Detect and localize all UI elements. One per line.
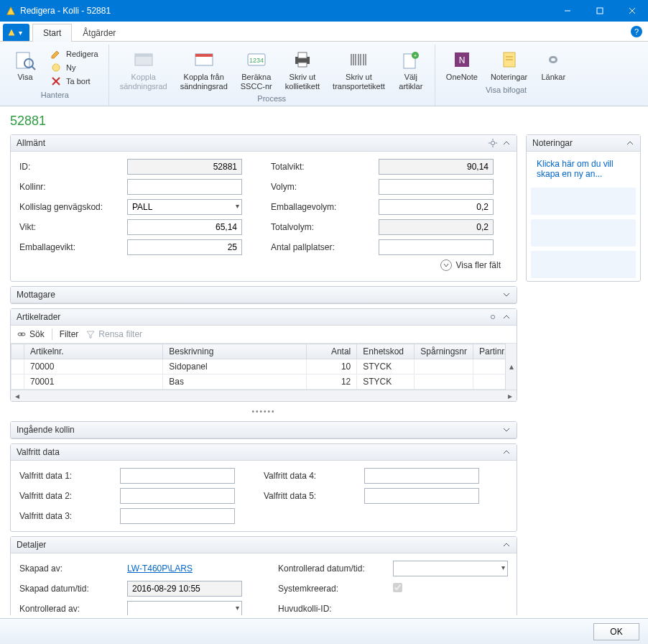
lankar-button[interactable]: Länkar <box>535 46 571 84</box>
panel-header-mottagare[interactable]: Mottagare <box>11 287 517 303</box>
panel-noteringar: Noteringar Klicka här om du vill skapa e… <box>526 134 641 282</box>
show-more-fields[interactable]: Visa fler fält <box>440 259 501 271</box>
totalvikt-label: Totalvikt: <box>271 162 379 172</box>
emballagevikt-field[interactable] <box>127 239 242 255</box>
systemkreerad-checkbox <box>393 583 402 592</box>
chevron-down-icon[interactable]: ▾ <box>236 202 239 210</box>
totalvikt-field[interactable] <box>379 159 494 175</box>
panel-header-valfritt[interactable]: Valfritt data <box>11 444 517 461</box>
tab-atgarder[interactable]: Åtgärder <box>72 24 126 42</box>
chevron-up-icon[interactable] <box>502 139 511 147</box>
redigera-button[interactable]: Redigera <box>47 47 101 60</box>
chevron-up-icon[interactable] <box>502 540 511 549</box>
sok-button[interactable]: Sök <box>17 329 45 339</box>
status-bar: OK <box>0 618 648 644</box>
kollinr-field[interactable] <box>127 179 242 195</box>
valj-artiklar-button[interactable]: + Välj artiklar <box>393 46 429 93</box>
note-placeholder[interactable] <box>531 219 636 247</box>
help-button[interactable]: ? <box>631 26 642 37</box>
content-area: 52881 Allmänt ID: Totalvikt: <box>0 106 648 615</box>
chevron-down-icon[interactable]: ▾ <box>501 564 505 571</box>
valfritt5-field[interactable] <box>364 488 479 504</box>
koppla-fran-button[interactable]: Koppla från sändningsrad <box>175 46 233 93</box>
splitter-grip[interactable]: •••••• <box>10 406 517 417</box>
svg-rect-19 <box>298 52 307 58</box>
ta-bort-button[interactable]: Ta bort <box>47 75 101 88</box>
skapad-datum-field[interactable] <box>127 581 242 597</box>
gear-icon[interactable] <box>488 312 498 322</box>
gear-icon[interactable] <box>488 138 498 148</box>
valfritt1-field[interactable] <box>120 468 235 484</box>
panel-header-artikelrader[interactable]: Artikelrader <box>11 309 517 326</box>
maximize-button[interactable] <box>583 0 616 22</box>
valfritt2-field[interactable] <box>120 488 235 504</box>
skriv-transport-button[interactable]: Skriv ut transportetikett <box>328 46 390 93</box>
svg-point-41 <box>491 316 494 319</box>
table-row[interactable]: 70000 Sidopanel 10 STYCK <box>11 359 517 374</box>
vikt-field[interactable] <box>127 219 242 235</box>
visa-button[interactable]: Visa <box>7 46 43 84</box>
id-label: ID: <box>19 162 127 172</box>
col-beskrivning[interactable]: Beskrivning <box>163 344 307 359</box>
create-note-link[interactable]: Klicka här om du vill skapa en ny an... <box>531 155 636 183</box>
tab-start[interactable]: Start <box>32 24 72 42</box>
col-enhetskod[interactable]: Enhetskod <box>357 344 415 359</box>
valfritt3-label: Valfritt data 3: <box>19 511 120 521</box>
table-row[interactable]: 70001 Bas 12 STYCK <box>11 374 517 390</box>
chevron-down-icon[interactable] <box>502 290 511 299</box>
skapad-av-link[interactable]: LW-T460P\LARS <box>127 564 193 574</box>
id-field[interactable] <box>127 159 242 175</box>
totalvolym-label: Totalvolym: <box>271 222 379 232</box>
berakna-button[interactable]: 1234 Beräkna SSCC-nr <box>236 46 277 93</box>
close-button[interactable] <box>616 0 648 22</box>
koppla-button[interactable]: Koppla sändningsrad <box>115 46 172 93</box>
note-placeholder[interactable] <box>531 188 636 215</box>
chevron-down-icon[interactable]: ▾ <box>236 604 239 612</box>
rensa-filter-button[interactable]: Rensa filter <box>85 329 142 339</box>
svg-rect-2 <box>597 8 603 14</box>
note-placeholder[interactable] <box>531 251 636 278</box>
svg-point-36 <box>491 142 494 145</box>
panel-header-noteringar[interactable]: Noteringar <box>527 135 640 152</box>
svg-line-8 <box>32 66 35 70</box>
panel-header-allmant[interactable]: Allmänt <box>11 135 517 152</box>
svg-text:+: + <box>414 52 417 59</box>
app-menu-button[interactable]: ▾ <box>3 24 29 41</box>
minimize-button[interactable] <box>551 0 583 22</box>
kontrollerad-av-field[interactable] <box>127 601 242 615</box>
valfritt4-field[interactable] <box>364 468 479 484</box>
onenote-button[interactable]: N OneNote <box>441 46 483 84</box>
valfritt1-label: Valfritt data 1: <box>19 471 120 481</box>
svg-text:1234: 1234 <box>249 57 264 64</box>
pallplatser-field[interactable] <box>379 239 494 255</box>
huvudkolli-label: Huvudkolli-ID: <box>278 604 393 614</box>
vertical-scrollbar[interactable]: ▴ <box>505 344 517 390</box>
panel-detaljer: Detaljer Skapad av: LW-T460P\LARS Kontro… <box>10 536 517 615</box>
filter-button[interactable]: Filter <box>60 329 79 339</box>
ny-button[interactable]: Ny <box>47 61 101 74</box>
col-antal[interactable]: Antal <box>307 344 357 359</box>
emballagevolym-field[interactable] <box>379 199 494 215</box>
chevron-up-icon[interactable] <box>502 313 511 321</box>
kontrollerad-datum-field[interactable] <box>393 561 508 576</box>
col-artikelnr[interactable]: Artikelnr. <box>24 344 163 359</box>
totalvolym-field[interactable] <box>379 219 494 235</box>
panel-header-ingaende[interactable]: Ingående kollin <box>11 422 517 438</box>
noteringar-button[interactable]: Noteringar <box>486 46 532 84</box>
svg-text:N: N <box>459 55 466 65</box>
col-sparning[interactable]: Spårningsnr <box>415 344 473 359</box>
horizontal-scrollbar[interactable]: ◂▸ <box>11 390 517 401</box>
svg-marker-0 <box>7 7 15 15</box>
ribbon: Visa Redigera Ny Ta bort Hantera <box>0 42 648 106</box>
chevron-up-icon[interactable] <box>502 448 511 456</box>
kollislag-field[interactable] <box>127 199 242 215</box>
skapad-datum-label: Skapad datum/tid: <box>19 584 127 594</box>
valfritt5-label: Valfritt data 5: <box>264 491 364 501</box>
chevron-down-icon[interactable] <box>502 426 511 434</box>
ok-button[interactable]: OK <box>593 623 639 640</box>
chevron-up-icon[interactable] <box>626 139 634 147</box>
valfritt3-field[interactable] <box>120 508 235 524</box>
volym-field[interactable] <box>379 179 494 195</box>
panel-header-detaljer[interactable]: Detaljer <box>11 537 517 553</box>
skriv-kolli-button[interactable]: Skriv ut kollietikett <box>280 46 325 93</box>
